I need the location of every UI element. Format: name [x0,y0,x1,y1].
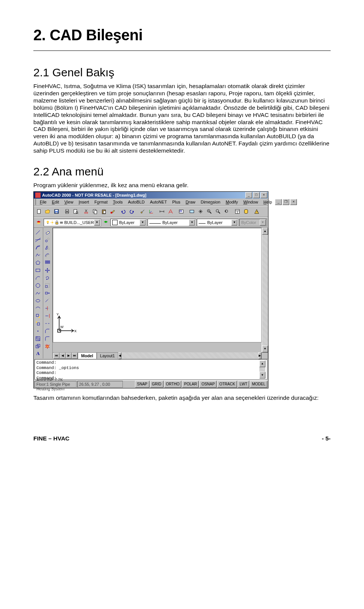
status-ortho[interactable]: ORTHO [164,381,182,388]
break-icon[interactable] [44,320,51,327]
paste-icon[interactable] [100,207,108,216]
menu-file[interactable]: File [38,199,49,205]
copy-icon[interactable] [91,207,99,216]
menu-plus[interactable]: Plus [170,199,182,205]
hatch-icon[interactable] [34,335,42,342]
scroll-left-icon[interactable]: ◀ [118,352,121,359]
point-icon[interactable] [34,327,42,335]
cmd-scrollbar[interactable]: ▲ ▼ [259,360,265,379]
cut-icon[interactable] [82,207,91,216]
menu-format[interactable]: Format [92,199,110,205]
scale-icon[interactable] [44,282,51,289]
make-block-icon[interactable] [34,320,42,327]
menu-dimension[interactable]: Dimension [198,199,223,205]
status-lwt[interactable]: LWT [238,381,249,388]
status-polar[interactable]: POLAR [182,381,199,388]
menu-modify[interactable]: Modify [223,199,240,205]
trim-icon[interactable] [44,304,51,312]
doc-minimize-button[interactable]: _ [275,199,282,205]
named-views-icon[interactable] [188,207,196,216]
erase-icon[interactable] [44,229,51,236]
color-dropdown[interactable]: ByLayer ▼ [110,219,147,226]
undo-icon[interactable] [119,207,127,216]
circle-icon[interactable] [34,282,42,289]
zoom-previous-icon[interactable] [223,207,231,216]
redraw-icon[interactable] [166,207,175,216]
scroll-down-icon[interactable]: ▼ [262,346,268,352]
insert-block-icon[interactable] [34,312,42,320]
open-icon[interactable] [44,207,52,216]
scroll-up-icon[interactable]: ▲ [262,228,268,235]
menu-autobld[interactable]: AutoBLD [126,199,147,205]
tab-prev-icon[interactable]: ◀ [60,353,66,359]
tab-first-icon[interactable]: ⏮ [53,353,60,359]
status-osnap[interactable]: OSNAP [199,381,217,388]
vertical-scrollbar[interactable]: ▲ ▼ [262,228,268,352]
status-snap[interactable]: SNAP [135,381,149,388]
ucs-icon[interactable] [147,207,155,216]
drawing-canvas[interactable]: Y X W [53,228,262,342]
mirror-icon[interactable] [44,244,51,251]
layer-manager-icon[interactable] [35,218,43,227]
maximize-button[interactable]: □ [253,192,260,198]
properties-icon[interactable] [233,207,242,216]
offset-icon[interactable] [44,251,51,259]
dbconnect-icon[interactable] [242,207,250,216]
mline-icon[interactable] [34,244,42,251]
match-prop-icon[interactable] [108,207,117,216]
polygon-icon[interactable] [34,259,42,267]
pline-icon[interactable] [34,251,42,259]
move-icon[interactable] [44,267,51,274]
lineweight-dropdown[interactable]: ByLayer ▼ [197,219,238,226]
copy-object-icon[interactable] [44,236,51,244]
help-icon[interactable]: ? [253,207,261,216]
distance-icon[interactable] [158,207,166,216]
menu-view[interactable]: View [62,199,76,205]
doc-restore-button[interactable]: ❐ [282,199,289,205]
pan-icon[interactable] [196,207,205,216]
spline-icon[interactable] [34,289,42,297]
minimize-button[interactable]: _ [245,192,252,198]
rectangle-icon[interactable] [34,267,42,274]
tab-last-icon[interactable]: ⏭ [72,353,78,359]
explode-icon[interactable] [44,342,51,350]
lengthen-icon[interactable] [44,297,51,304]
line-icon[interactable] [34,229,42,236]
aerial-view-icon[interactable] [177,207,185,216]
tab-model[interactable]: Model [78,352,97,359]
layer-dropdown[interactable]: BUILD..._USER ▼ [44,219,101,226]
arc-icon[interactable] [34,274,42,282]
status-grid[interactable]: GRID [150,381,163,388]
hscroll-track[interactable] [121,352,258,358]
doc-close-button[interactable]: × [290,199,297,205]
scroll-track[interactable] [262,235,268,346]
array-icon[interactable] [44,259,51,267]
chamfer-icon[interactable] [44,327,51,335]
zoom-realtime-icon[interactable]: ± [205,207,213,216]
osnap-from-icon[interactable] [138,207,147,216]
menu-insert[interactable]: Insert [76,199,91,205]
menu-tools[interactable]: Tools [111,199,125,205]
tab-next-icon[interactable]: ▶ [66,353,72,359]
tab-layout1[interactable]: Layout1 [97,352,118,359]
menu-draw[interactable]: Draw [184,199,198,205]
status-model[interactable]: MODEL [250,381,267,388]
menu-edit[interactable]: Edit [50,199,61,205]
new-icon[interactable] [35,207,43,216]
region-icon[interactable] [34,342,42,350]
scroll-down-icon[interactable]: ▼ [259,372,265,379]
save-icon[interactable] [52,207,61,216]
fillet-icon[interactable] [44,335,51,342]
print-preview-icon[interactable] [72,207,80,216]
command-area[interactable]: Command: Command: _options Command: Comm… [35,359,267,380]
menu-window[interactable]: Window [241,199,260,205]
zoom-window-icon[interactable] [214,207,222,216]
stretch-icon[interactable] [44,289,51,297]
linetype-dropdown[interactable]: ByLayer ▼ [147,219,196,226]
extend-icon[interactable] [44,312,51,320]
menu-help[interactable]: Help [261,199,275,205]
xline-icon[interactable] [34,236,42,244]
scroll-up-icon[interactable]: ▲ [259,360,265,367]
redo-icon[interactable] [128,207,136,216]
ellipse-arc-icon[interactable] [34,304,42,312]
